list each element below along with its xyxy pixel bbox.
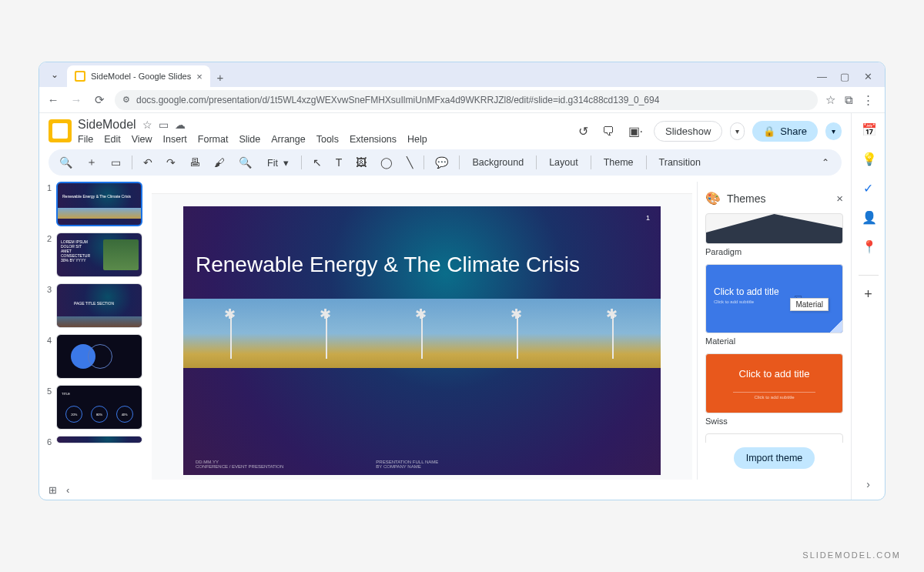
slide-thumbnail-1[interactable]: Renewable Energy & The Climate Crisis (56, 182, 142, 226)
slide-canvas[interactable]: 1 Renewable Energy & The Climate Crisis … (183, 206, 661, 475)
star-icon[interactable]: ☆ (142, 119, 152, 131)
shape-tool[interactable]: ◯ (377, 155, 396, 170)
new-tab-button[interactable]: + (210, 67, 230, 87)
menu-format[interactable]: Format (198, 134, 229, 145)
slides-favicon (75, 71, 85, 82)
line-tool[interactable]: ╲ (403, 155, 416, 170)
slide-thumbnail-2[interactable]: LOREM IPSUM DOLOR SIT AMET CONSECTETUR 3… (56, 232, 142, 277)
history-icon[interactable]: ↺ (575, 121, 591, 142)
extensions-icon[interactable]: ⧉ (845, 93, 853, 107)
thumb-number: 1 (44, 182, 52, 226)
minimize-button[interactable]: — (817, 71, 826, 82)
undo-button[interactable]: ↶ (140, 155, 156, 170)
meet-icon[interactable]: ▣∙ (625, 121, 646, 142)
themes-panel-title: Themes (727, 192, 766, 205)
comments-icon[interactable]: 🗨 (599, 122, 618, 142)
theme-list[interactable]: Paradigm Click to add title Click to add… (705, 213, 843, 443)
menu-insert[interactable]: Insert (163, 134, 187, 145)
tasks-icon[interactable]: ✓ (862, 181, 875, 195)
hide-panel-icon[interactable]: › (866, 478, 870, 490)
bottom-bar: ⊞ ‹ (39, 480, 851, 500)
layout-button[interactable]: Layout (544, 156, 583, 169)
close-window-button[interactable]: ✕ (863, 71, 872, 82)
menu-extensions[interactable]: Extensions (350, 134, 397, 145)
site-info-icon[interactable]: ⚙ (122, 95, 130, 105)
theme-tooltip: Material (790, 298, 829, 311)
toolbar: 🔍 ＋ ▭ ↶ ↷ 🖶 🖌 🔍 Fit ▾ ↖ T 🖼 ◯ ╲ 💬 Bac (49, 149, 842, 176)
slide-title[interactable]: Renewable Energy & The Climate Crisis (183, 206, 661, 277)
reload-button[interactable]: ⟳ (92, 93, 107, 107)
slide-thumbnail-panel[interactable]: 1 Renewable Energy & The Climate Crisis … (39, 182, 147, 480)
horizontal-ruler[interactable] (152, 182, 692, 194)
maximize-button[interactable]: ▢ (840, 71, 849, 82)
theme-label: Material (705, 336, 843, 346)
explore-icon[interactable]: ‹ (66, 484, 69, 496)
slide-thumbnail-5[interactable]: TITLE 20% 80% 40% (56, 385, 142, 430)
theme-card-serif[interactable]: Click to add title (705, 433, 843, 443)
slide-thumbnail-4[interactable] (56, 334, 142, 379)
search-menus-icon[interactable]: 🔍 (56, 155, 75, 170)
comment-add-icon[interactable]: 💬 (432, 155, 451, 170)
menu-tools[interactable]: Tools (316, 134, 339, 145)
share-button[interactable]: 🔒 Share (752, 121, 818, 142)
slide-footer: DD.MM.YY CONFERENCE / EVENT PRESENTATION… (196, 460, 648, 469)
url-text: docs.google.com/presentation/d/1t5WL4xzg… (136, 95, 659, 105)
slideshow-dropdown[interactable]: ▾ (730, 122, 745, 140)
tab-title: SideModel - Google Slides (91, 72, 191, 81)
move-icon[interactable]: ▭ (159, 119, 169, 131)
theme-card-swiss[interactable]: Click to add title Click to add subtitle (705, 353, 843, 413)
textbox-tool[interactable]: T (333, 155, 346, 170)
menu-file[interactable]: File (78, 134, 93, 145)
document-title[interactable]: SideModel (78, 118, 136, 132)
share-dropdown[interactable]: ▾ (825, 122, 842, 140)
zoom-select[interactable]: Fit ▾ (263, 156, 293, 170)
new-slide-button[interactable]: ＋ (83, 154, 100, 171)
theme-card-material[interactable]: Click to add title Click to add subtitle… (705, 264, 843, 333)
tabs-dropdown[interactable]: ⌄ (45, 65, 64, 84)
slide-thumbnail-6[interactable] (56, 436, 142, 443)
slideshow-button[interactable]: Slideshow (654, 121, 722, 142)
print-button[interactable]: 🖶 (186, 155, 203, 170)
grid-view-icon[interactable]: ⊞ (49, 484, 57, 496)
new-slide-layout-icon[interactable]: ▭ (108, 155, 124, 170)
bookmark-icon[interactable]: ☆ (825, 93, 835, 107)
zoom-icon[interactable]: 🔍 (236, 155, 255, 170)
slides-logo-icon[interactable] (49, 119, 72, 142)
theme-card-paradigm[interactable] (705, 213, 843, 244)
menu-slide[interactable]: Slide (239, 134, 260, 145)
window-controls: — ▢ ✕ (817, 71, 880, 87)
collapse-toolbar-icon[interactable]: ⌃ (817, 156, 834, 169)
slide-page-number: 1 (646, 214, 650, 222)
import-theme-button[interactable]: Import theme (734, 447, 815, 469)
slide-hero-image (183, 299, 661, 368)
browser-window: ⌄ SideModel - Google Slides × + — ▢ ✕ ← … (38, 62, 886, 500)
side-rail: 📅 💡 ✓ 👤 📍 + › (851, 113, 885, 500)
select-tool[interactable]: ↖ (310, 155, 325, 170)
browser-menu-icon[interactable]: ⋮ (862, 93, 874, 107)
calendar-icon[interactable]: 📅 (862, 122, 875, 136)
maps-icon[interactable]: 📍 (862, 239, 875, 253)
transition-button[interactable]: Transition (654, 156, 705, 169)
url-field[interactable]: ⚙ docs.google.com/presentation/d/1t5WL4x… (115, 90, 818, 110)
redo-button[interactable]: ↷ (163, 155, 179, 170)
close-panel-icon[interactable]: × (836, 192, 843, 205)
slide-canvas-area[interactable]: 1 Renewable Energy & The Climate Crisis … (152, 194, 692, 480)
slide-thumbnail-3[interactable]: PAGE TITLE SECTION (56, 283, 142, 328)
background-button[interactable]: Background (467, 156, 528, 169)
image-tool[interactable]: 🖼 (353, 155, 370, 170)
menu-edit[interactable]: Edit (104, 134, 121, 145)
menu-arrange[interactable]: Arrange (271, 134, 305, 145)
menu-bar: File Edit View Insert Format Slide Arran… (78, 134, 427, 145)
menu-help[interactable]: Help (407, 134, 427, 145)
menu-view[interactable]: View (132, 134, 152, 145)
paint-format-button[interactable]: 🖌 (211, 155, 228, 170)
cloud-saved-icon: ☁ (175, 119, 186, 131)
browser-tab[interactable]: SideModel - Google Slides × (67, 65, 210, 87)
theme-button[interactable]: Theme (599, 156, 638, 169)
contacts-icon[interactable]: 👤 (862, 210, 875, 224)
forward-button[interactable]: → (69, 93, 84, 106)
back-button[interactable]: ← (45, 93, 61, 106)
close-tab-icon[interactable]: × (196, 71, 203, 82)
addons-icon[interactable]: + (859, 275, 879, 303)
keep-icon[interactable]: 💡 (862, 152, 875, 166)
